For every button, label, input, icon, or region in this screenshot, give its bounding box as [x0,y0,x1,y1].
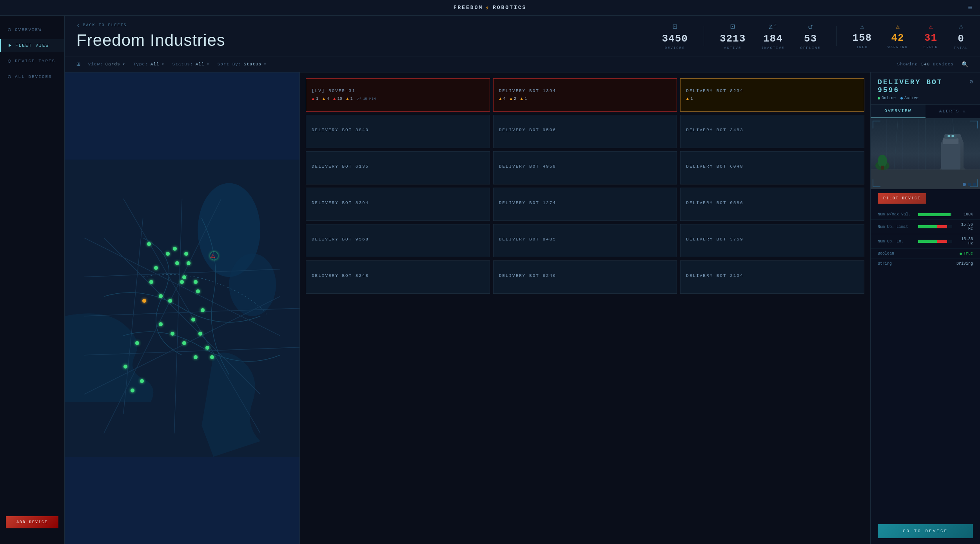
map-marker[interactable] [175,261,179,265]
settings-icon[interactable]: ⚙ [970,78,973,85]
metric-bar-red [937,240,947,243]
image-dot-2[interactable] [968,183,971,186]
back-to-fleets-link[interactable]: BACK TO FLEETS [76,22,225,29]
device-image [871,119,980,189]
map-marker[interactable] [135,341,139,345]
map-marker[interactable] [205,346,209,350]
map-marker-orange[interactable] [142,299,146,303]
sidebar-item-all-devices[interactable]: ALL DEVICES [0,70,64,83]
warning-count: 42 [891,32,904,44]
device-card-bot-1274[interactable]: DELIVERY BOT 1274 [493,188,677,221]
map-marker[interactable] [180,280,184,284]
fleet-title: Freedom Industries [76,31,225,50]
metric-label: Boolean [878,251,915,256]
corner-bracket-bl [873,179,880,187]
sort-filter[interactable]: Sort By: Status [218,62,267,67]
map-marker[interactable] [196,289,200,293]
device-card-bot-3483[interactable]: DELIVERY BOT 3483 [680,115,864,148]
map-marker[interactable] [182,341,186,345]
map-marker[interactable] [147,242,151,246]
device-card-bot-8485[interactable]: DELIVERY BOT 8485 [493,224,677,257]
map-marker[interactable] [154,266,158,270]
device-card-bot-3840[interactable]: DELIVERY BOT 3840 [306,115,490,148]
type-value: All [151,62,160,67]
view-filter[interactable]: View: Cards [88,62,125,67]
card-title: DELIVERY BOT 1274 [499,201,671,205]
image-dot-3[interactable] [973,183,976,186]
pilot-device-button[interactable]: PILOT DEVICE [878,193,926,204]
map-marker[interactable] [201,308,205,312]
stat-divider-1 [704,26,704,46]
tab-overview[interactable]: OVERVIEW [871,105,926,118]
overview-dot-icon [8,28,11,31]
card-title: DELIVERY BOT 9596 [499,128,671,132]
status-filter[interactable]: Status: All [172,62,210,67]
device-card-bot-0586[interactable]: DELIVERY BOT 0586 [680,188,864,221]
search-button[interactable]: 🔍 [962,61,968,67]
image-dot-1[interactable] [963,183,966,186]
device-card-bot-6048[interactable]: DELIVERY BOT 6048 [680,151,864,184]
menu-icon[interactable]: ≡ [968,4,972,12]
map-marker[interactable] [182,275,186,279]
map-marker[interactable] [194,355,198,359]
map-marker[interactable] [168,299,172,303]
stat-error: ⚠ 31 ERROR [924,23,938,49]
map-marker[interactable] [191,318,195,322]
map-marker[interactable] [149,280,153,284]
metric-string-value: Driving [947,262,973,266]
map-marker[interactable] [194,280,198,284]
card-title: DELIVERY BOT 0586 [686,201,858,205]
card-alerts: ▲1 ▲4 ▲10 ▲1 zᶻ15 MIN [312,96,484,102]
go-to-device-button[interactable]: GO TO DEVICE [878,524,973,538]
map-marker[interactable] [171,332,174,336]
tab-alerts[interactable]: ALERTS ⚠ [926,105,980,118]
device-card-bot-3759[interactable]: DELIVERY BOT 3759 [680,224,864,257]
device-card-bot-6135[interactable]: DELIVERY BOT 6135 [306,151,490,184]
online-status: Online [878,96,896,100]
map-marker[interactable] [210,355,214,359]
svg-rect-23 [945,134,956,139]
device-card-bot-9568[interactable]: DELIVERY BOT 9568 [306,224,490,257]
map-marker[interactable] [166,252,170,256]
type-filter[interactable]: Type: All [133,62,165,67]
logo-right: ROBOTICS [493,5,526,11]
sidebar-item-fleet-view[interactable]: FLEET VIEW [0,39,64,52]
map-marker[interactable] [159,294,163,298]
corner-bracket-tr [970,121,978,128]
device-card-bot-8248[interactable]: DELIVERY BOT 8248 [306,260,490,294]
alert-warning: ▲1 [686,96,693,102]
device-card-bot-8234[interactable]: DELIVERY BOT 8234 ▲1 [680,78,864,112]
card-title: DELIVERY BOT 4959 [499,164,671,169]
card-title: [LV] ROVER-31 [312,89,484,93]
devices-count: 3450 [662,33,688,45]
sidebar-item-overview[interactable]: OVERVIEW [0,23,64,36]
map-marker[interactable] [140,379,144,383]
view-label: View: [88,62,103,67]
inactive-icon: zᶻ [768,22,778,31]
map-marker[interactable] [123,365,127,369]
device-card-bot-9596[interactable]: DELIVERY BOT 9596 [493,115,677,148]
info-label: INFO [856,45,868,49]
device-card-bot-1394[interactable]: DELIVERY BOT 1394 ▲4 ▲2 ▲1 [493,78,677,112]
card-title: DELIVERY BOT 8234 [686,89,858,93]
add-device-button[interactable]: ADD DEVICE [6,516,58,528]
sidebar-item-device-types[interactable]: DEVICE TYPES [0,55,64,67]
map-marker[interactable] [173,247,177,251]
device-card-bot-8394[interactable]: DELIVERY BOT 8394 [306,188,490,221]
alert-error-2: ▲10 [333,96,342,102]
map-marker[interactable] [198,332,202,336]
map-marker[interactable] [184,252,188,256]
map-marker-warning[interactable] [210,252,218,260]
svg-point-25 [951,135,954,137]
map-marker[interactable] [131,389,134,392]
device-card-bot-6246[interactable]: DELIVERY BOT 6246 [493,260,677,294]
card-title: DELIVERY BOT 8485 [499,237,671,242]
device-card-bot-4959[interactable]: DELIVERY BOT 4959 [493,151,677,184]
device-card-bot-2104[interactable]: DELIVERY BOT 2104 [680,260,864,294]
device-card-rover-31[interactable]: [LV] ROVER-31 ▲1 ▲4 ▲10 ▲1 zᶻ15 MIN [306,78,490,112]
map-marker[interactable] [159,322,163,326]
active-dot [900,97,903,99]
card-title: DELIVERY BOT 6135 [312,164,484,169]
offline-label: OFFLINE [800,46,821,50]
map-marker[interactable] [187,261,191,265]
